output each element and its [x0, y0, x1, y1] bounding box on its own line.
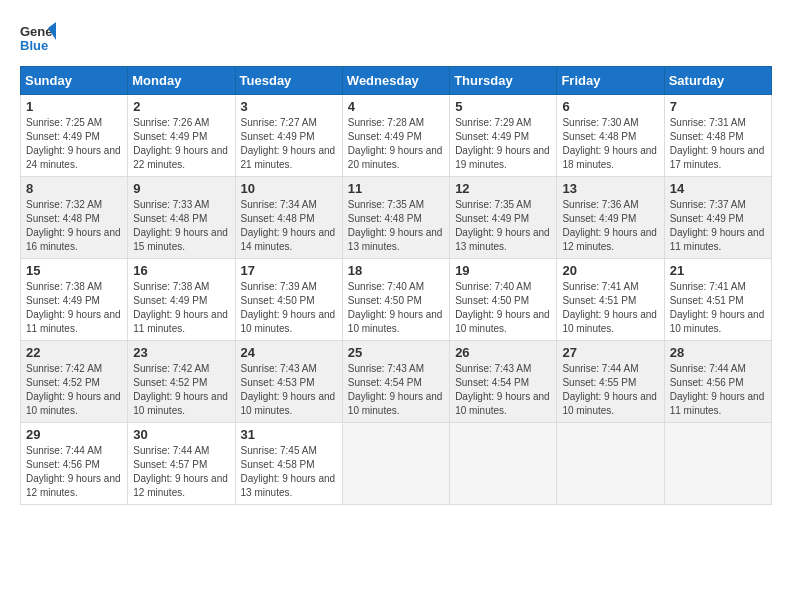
calendar-cell: 13Sunrise: 7:36 AMSunset: 4:49 PMDayligh… [557, 177, 664, 259]
day-info: Sunrise: 7:42 AMSunset: 4:52 PMDaylight:… [26, 362, 122, 418]
calendar-cell: 11Sunrise: 7:35 AMSunset: 4:48 PMDayligh… [342, 177, 449, 259]
day-number: 3 [241, 99, 337, 114]
calendar-cell: 3Sunrise: 7:27 AMSunset: 4:49 PMDaylight… [235, 95, 342, 177]
calendar-cell: 25Sunrise: 7:43 AMSunset: 4:54 PMDayligh… [342, 341, 449, 423]
day-info: Sunrise: 7:41 AMSunset: 4:51 PMDaylight:… [670, 280, 766, 336]
day-number: 21 [670, 263, 766, 278]
calendar-cell: 4Sunrise: 7:28 AMSunset: 4:49 PMDaylight… [342, 95, 449, 177]
day-number: 6 [562, 99, 658, 114]
calendar-week-3: 15Sunrise: 7:38 AMSunset: 4:49 PMDayligh… [21, 259, 772, 341]
day-number: 19 [455, 263, 551, 278]
day-info: Sunrise: 7:31 AMSunset: 4:48 PMDaylight:… [670, 116, 766, 172]
weekday-header-sunday: Sunday [21, 67, 128, 95]
day-info: Sunrise: 7:25 AMSunset: 4:49 PMDaylight:… [26, 116, 122, 172]
calendar-cell: 27Sunrise: 7:44 AMSunset: 4:55 PMDayligh… [557, 341, 664, 423]
day-number: 23 [133, 345, 229, 360]
calendar-cell [342, 423, 449, 505]
calendar-cell [450, 423, 557, 505]
calendar-cell: 6Sunrise: 7:30 AMSunset: 4:48 PMDaylight… [557, 95, 664, 177]
day-number: 25 [348, 345, 444, 360]
day-info: Sunrise: 7:41 AMSunset: 4:51 PMDaylight:… [562, 280, 658, 336]
calendar-cell: 12Sunrise: 7:35 AMSunset: 4:49 PMDayligh… [450, 177, 557, 259]
day-info: Sunrise: 7:30 AMSunset: 4:48 PMDaylight:… [562, 116, 658, 172]
calendar-cell: 19Sunrise: 7:40 AMSunset: 4:50 PMDayligh… [450, 259, 557, 341]
calendar-cell: 14Sunrise: 7:37 AMSunset: 4:49 PMDayligh… [664, 177, 771, 259]
day-info: Sunrise: 7:35 AMSunset: 4:48 PMDaylight:… [348, 198, 444, 254]
calendar-cell: 2Sunrise: 7:26 AMSunset: 4:49 PMDaylight… [128, 95, 235, 177]
calendar-week-2: 8Sunrise: 7:32 AMSunset: 4:48 PMDaylight… [21, 177, 772, 259]
calendar-cell: 17Sunrise: 7:39 AMSunset: 4:50 PMDayligh… [235, 259, 342, 341]
day-number: 31 [241, 427, 337, 442]
day-info: Sunrise: 7:26 AMSunset: 4:49 PMDaylight:… [133, 116, 229, 172]
day-info: Sunrise: 7:33 AMSunset: 4:48 PMDaylight:… [133, 198, 229, 254]
day-number: 18 [348, 263, 444, 278]
day-number: 14 [670, 181, 766, 196]
day-number: 8 [26, 181, 122, 196]
day-info: Sunrise: 7:36 AMSunset: 4:49 PMDaylight:… [562, 198, 658, 254]
svg-text:Blue: Blue [20, 38, 48, 53]
day-number: 10 [241, 181, 337, 196]
day-info: Sunrise: 7:40 AMSunset: 4:50 PMDaylight:… [455, 280, 551, 336]
day-number: 27 [562, 345, 658, 360]
day-info: Sunrise: 7:44 AMSunset: 4:55 PMDaylight:… [562, 362, 658, 418]
calendar-cell: 24Sunrise: 7:43 AMSunset: 4:53 PMDayligh… [235, 341, 342, 423]
weekday-header-row: SundayMondayTuesdayWednesdayThursdayFrid… [21, 67, 772, 95]
calendar-cell: 20Sunrise: 7:41 AMSunset: 4:51 PMDayligh… [557, 259, 664, 341]
weekday-header-tuesday: Tuesday [235, 67, 342, 95]
day-info: Sunrise: 7:37 AMSunset: 4:49 PMDaylight:… [670, 198, 766, 254]
day-info: Sunrise: 7:44 AMSunset: 4:56 PMDaylight:… [670, 362, 766, 418]
calendar-cell: 23Sunrise: 7:42 AMSunset: 4:52 PMDayligh… [128, 341, 235, 423]
calendar-cell [664, 423, 771, 505]
calendar-cell: 1Sunrise: 7:25 AMSunset: 4:49 PMDaylight… [21, 95, 128, 177]
weekday-header-thursday: Thursday [450, 67, 557, 95]
day-info: Sunrise: 7:45 AMSunset: 4:58 PMDaylight:… [241, 444, 337, 500]
day-number: 12 [455, 181, 551, 196]
weekday-header-monday: Monday [128, 67, 235, 95]
day-number: 5 [455, 99, 551, 114]
calendar-cell: 26Sunrise: 7:43 AMSunset: 4:54 PMDayligh… [450, 341, 557, 423]
day-number: 30 [133, 427, 229, 442]
calendar-cell: 29Sunrise: 7:44 AMSunset: 4:56 PMDayligh… [21, 423, 128, 505]
day-number: 17 [241, 263, 337, 278]
day-info: Sunrise: 7:38 AMSunset: 4:49 PMDaylight:… [26, 280, 122, 336]
day-number: 24 [241, 345, 337, 360]
calendar-week-4: 22Sunrise: 7:42 AMSunset: 4:52 PMDayligh… [21, 341, 772, 423]
day-info: Sunrise: 7:39 AMSunset: 4:50 PMDaylight:… [241, 280, 337, 336]
weekday-header-friday: Friday [557, 67, 664, 95]
day-number: 13 [562, 181, 658, 196]
day-number: 1 [26, 99, 122, 114]
calendar-cell: 7Sunrise: 7:31 AMSunset: 4:48 PMDaylight… [664, 95, 771, 177]
calendar-week-1: 1Sunrise: 7:25 AMSunset: 4:49 PMDaylight… [21, 95, 772, 177]
day-number: 9 [133, 181, 229, 196]
calendar-cell: 10Sunrise: 7:34 AMSunset: 4:48 PMDayligh… [235, 177, 342, 259]
weekday-header-saturday: Saturday [664, 67, 771, 95]
calendar-cell: 5Sunrise: 7:29 AMSunset: 4:49 PMDaylight… [450, 95, 557, 177]
day-info: Sunrise: 7:40 AMSunset: 4:50 PMDaylight:… [348, 280, 444, 336]
day-info: Sunrise: 7:38 AMSunset: 4:49 PMDaylight:… [133, 280, 229, 336]
day-info: Sunrise: 7:43 AMSunset: 4:54 PMDaylight:… [455, 362, 551, 418]
day-number: 16 [133, 263, 229, 278]
day-number: 11 [348, 181, 444, 196]
calendar-cell: 18Sunrise: 7:40 AMSunset: 4:50 PMDayligh… [342, 259, 449, 341]
day-info: Sunrise: 7:43 AMSunset: 4:53 PMDaylight:… [241, 362, 337, 418]
day-number: 29 [26, 427, 122, 442]
day-info: Sunrise: 7:35 AMSunset: 4:49 PMDaylight:… [455, 198, 551, 254]
calendar-cell: 9Sunrise: 7:33 AMSunset: 4:48 PMDaylight… [128, 177, 235, 259]
calendar-week-5: 29Sunrise: 7:44 AMSunset: 4:56 PMDayligh… [21, 423, 772, 505]
day-info: Sunrise: 7:44 AMSunset: 4:56 PMDaylight:… [26, 444, 122, 500]
day-info: Sunrise: 7:34 AMSunset: 4:48 PMDaylight:… [241, 198, 337, 254]
day-number: 4 [348, 99, 444, 114]
calendar-cell [557, 423, 664, 505]
day-number: 20 [562, 263, 658, 278]
calendar-cell: 8Sunrise: 7:32 AMSunset: 4:48 PMDaylight… [21, 177, 128, 259]
day-number: 26 [455, 345, 551, 360]
calendar-cell: 28Sunrise: 7:44 AMSunset: 4:56 PMDayligh… [664, 341, 771, 423]
calendar-cell: 30Sunrise: 7:44 AMSunset: 4:57 PMDayligh… [128, 423, 235, 505]
calendar-table: SundayMondayTuesdayWednesdayThursdayFrid… [20, 66, 772, 505]
logo-icon: General Blue [20, 20, 56, 56]
calendar-cell: 21Sunrise: 7:41 AMSunset: 4:51 PMDayligh… [664, 259, 771, 341]
calendar-cell: 22Sunrise: 7:42 AMSunset: 4:52 PMDayligh… [21, 341, 128, 423]
calendar-cell: 31Sunrise: 7:45 AMSunset: 4:58 PMDayligh… [235, 423, 342, 505]
day-info: Sunrise: 7:42 AMSunset: 4:52 PMDaylight:… [133, 362, 229, 418]
day-info: Sunrise: 7:27 AMSunset: 4:49 PMDaylight:… [241, 116, 337, 172]
